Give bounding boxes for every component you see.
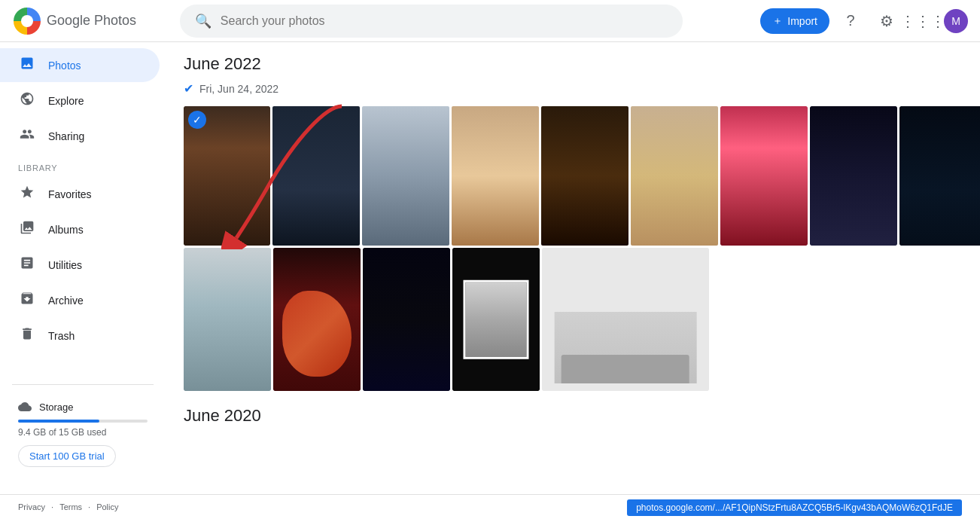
- terms-link[interactable]: Terms: [59, 502, 82, 511]
- policy-link[interactable]: Policy: [96, 502, 118, 511]
- bottom-bar: Privacy · Terms · Policy photos.google.c…: [0, 494, 980, 519]
- photo-6[interactable]: [631, 106, 718, 246]
- photo-7[interactable]: [720, 106, 808, 246]
- photo-2[interactable]: [272, 106, 360, 246]
- sidebar-label-favorites: Favorites: [48, 188, 92, 200]
- sidebar-nav: Photos Explore Sharing LIBRARY Favori: [0, 48, 166, 353]
- google-photos-logo-icon: [12, 6, 42, 36]
- library-section-label: LIBRARY: [0, 154, 166, 176]
- photo-13[interactable]: [452, 248, 540, 391]
- photo-14[interactable]: [542, 248, 709, 391]
- storage-bar-fill: [18, 420, 99, 423]
- storage-section: Storage 9.4 GB of 15 GB used Start 100 G…: [0, 391, 166, 476]
- search-bar[interactable]: 🔍: [180, 5, 683, 38]
- sidebar-item-explore[interactable]: Explore: [0, 84, 160, 118]
- app-body: Photos Explore Sharing LIBRARY Favori: [0, 42, 980, 494]
- photo-5[interactable]: [541, 106, 628, 246]
- sidebar-label-archive: Archive: [48, 295, 84, 307]
- help-icon: ?: [846, 12, 854, 29]
- sidebar-item-archive[interactable]: Archive: [0, 283, 160, 317]
- explore-icon: [18, 91, 36, 110]
- date-row: ✔ Fri, Jun 24, 2022: [184, 81, 962, 96]
- sidebar-label-photos: Photos: [48, 60, 81, 72]
- sharing-icon: [18, 127, 36, 145]
- settings-button[interactable]: ⚙: [872, 6, 902, 36]
- sidebar-label-explore: Explore: [48, 95, 84, 107]
- archive-icon: [18, 291, 36, 310]
- photo-9[interactable]: [899, 106, 980, 246]
- apps-button[interactable]: ⋮⋮⋮: [908, 6, 938, 36]
- sidebar-label-trash: Trash: [48, 330, 75, 342]
- svg-point-0: [21, 15, 33, 27]
- import-button[interactable]: ＋ Import: [760, 8, 829, 34]
- storage-text: 9.4 GB of 15 GB used: [18, 427, 148, 438]
- cloud-icon: [18, 400, 32, 414]
- photo-8[interactable]: [810, 106, 897, 246]
- photo-11[interactable]: [273, 248, 361, 391]
- utilities-icon: [18, 255, 36, 274]
- import-plus-icon: ＋: [772, 14, 783, 28]
- photo-grid-wrapper: ✓: [184, 106, 962, 391]
- trash-icon: [18, 326, 36, 345]
- sidebar-item-favorites[interactable]: Favorites: [0, 177, 160, 211]
- sidebar-label-albums: Albums: [48, 224, 84, 236]
- sidebar-item-trash[interactable]: Trash: [0, 319, 160, 353]
- favorites-icon: [18, 185, 36, 203]
- photo-row-1: ✓: [184, 106, 962, 246]
- photo-row-2: [184, 248, 962, 391]
- section-title-june2020: June 2020: [184, 406, 962, 426]
- search-icon: 🔍: [195, 13, 212, 29]
- photo-4[interactable]: [452, 106, 539, 246]
- sidebar-item-photos[interactable]: Photos: [0, 48, 160, 82]
- sidebar-divider: [12, 384, 154, 385]
- grid-icon: ⋮⋮⋮: [900, 12, 945, 30]
- gear-icon: ⚙: [880, 12, 893, 30]
- header: Google Photos 🔍 ＋ Import ? ⚙ ⋮⋮⋮ M: [0, 0, 980, 42]
- privacy-link[interactable]: Privacy: [18, 502, 45, 511]
- photo-3[interactable]: [362, 106, 449, 246]
- sidebar: Photos Explore Sharing LIBRARY Favori: [0, 42, 166, 494]
- logo-text: Google Photos: [47, 13, 136, 29]
- sidebar-label-utilities: Utilities: [48, 259, 82, 271]
- header-actions: ＋ Import ? ⚙ ⋮⋮⋮ M: [760, 6, 968, 36]
- photo-check-1: ✓: [188, 111, 206, 129]
- main-content: June 2022 ✔ Fri, Jun 24, 2022 ✓: [166, 42, 980, 494]
- avatar[interactable]: M: [944, 9, 968, 33]
- albums-icon: [18, 220, 36, 239]
- date-check-icon: ✔: [184, 81, 193, 96]
- storage-label: Storage: [18, 400, 148, 414]
- photo-10[interactable]: [184, 248, 271, 391]
- photo-12[interactable]: [363, 248, 450, 391]
- trial-button[interactable]: Start 100 GB trial: [18, 445, 116, 467]
- storage-bar: [18, 420, 148, 423]
- sidebar-item-utilities[interactable]: Utilities: [0, 248, 160, 282]
- sidebar-item-sharing[interactable]: Sharing: [0, 119, 160, 153]
- logo[interactable]: Google Photos: [12, 6, 136, 36]
- search-input[interactable]: [221, 14, 668, 28]
- photo-1[interactable]: ✓: [184, 106, 270, 246]
- url-bar: photos.google.com/.../AF1QipNStzFrtu8AZC…: [627, 499, 962, 516]
- section-title-june2022: June 2022: [184, 54, 962, 74]
- sidebar-item-albums[interactable]: Albums: [0, 212, 160, 246]
- date-text: Fri, Jun 24, 2022: [199, 83, 278, 95]
- sidebar-label-sharing: Sharing: [48, 130, 84, 142]
- photos-icon: [18, 56, 36, 75]
- help-button[interactable]: ?: [835, 6, 866, 36]
